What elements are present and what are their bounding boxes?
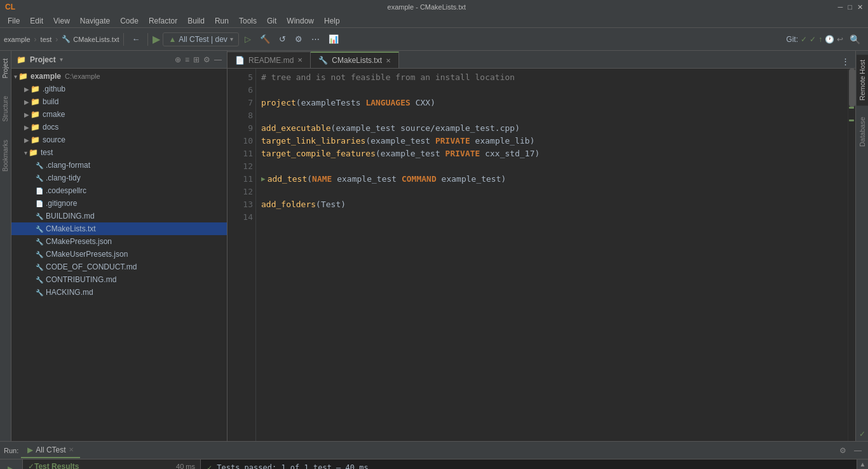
expand-icon[interactable]: ⊞ [193, 55, 200, 64]
tree-item-docs[interactable]: ▶ 📁 docs [11, 121, 227, 133]
tab-bar: 📄 README.md ✕ 🔧 CMakeLists.txt ✕ ⋮ [227, 51, 855, 69]
menu-navigate[interactable]: Navigate [75, 15, 115, 27]
code-editor[interactable]: 5 6 7 8 9 10 11 12 11 12 13 14 # tree an… [227, 69, 855, 441]
run-toolbar: ▶ ✓ ⊘ ↑↓ ↓↑ ≡ ⊞ ▲ ▼ [0, 459, 23, 469]
project-panel-controls: ⊕ ≡ ⊞ ⚙ — [175, 55, 222, 64]
tree-item-hacking[interactable]: 🔧 HACKING.md [11, 286, 227, 299]
test-results-label: Test Results [34, 462, 79, 469]
project-sidebar-icon[interactable]: Project [1, 56, 10, 81]
maximize-button[interactable]: □ [848, 3, 852, 11]
tree-item-building-md[interactable]: 🔧 BUILDING.md [11, 210, 227, 222]
tab-readme[interactable]: 📄 README.md ✕ [227, 51, 311, 68]
tree-item-source[interactable]: ▶ 📁 source [11, 133, 227, 146]
settings-button[interactable]: ⚙ [292, 32, 306, 46]
test-status-bar: ✓ Tests passed: 1 of 1 test – 40 ms [207, 463, 850, 469]
menu-help[interactable]: Help [319, 15, 345, 27]
cmakelists-icon: 🔧 [36, 226, 43, 233]
gutter-run-icon[interactable]: ▶ [261, 173, 266, 186]
global-search-button[interactable]: 🔍 [846, 32, 864, 46]
tree-item-clang-format[interactable]: 🔧 .clang-format [11, 159, 227, 172]
project-panel-title-arrow[interactable]: ▾ [60, 56, 63, 63]
tree-item-github[interactable]: ▶ 📁 .github [11, 83, 227, 95]
bookmarks-sidebar-icon[interactable]: Bookmarks [1, 137, 10, 174]
cmakelists-tab-close[interactable]: ✕ [386, 57, 391, 64]
menu-file[interactable]: File [3, 15, 25, 27]
menu-edit[interactable]: Edit [25, 15, 48, 27]
line-num-12b: 12 [227, 186, 253, 198]
code-tcf-feat: cxx_std_17) [480, 147, 539, 160]
add-icon[interactable]: ⊕ [175, 55, 181, 64]
menu-run[interactable]: Run [210, 15, 234, 27]
readme-tab-close[interactable]: ✕ [297, 57, 302, 64]
menu-view[interactable]: View [48, 15, 75, 27]
tree-item-clang-tidy[interactable]: 🔧 .clang-tidy [11, 172, 227, 184]
tree-item-build[interactable]: ▶ 📁 build [11, 95, 227, 108]
scrollbar-thumb[interactable] [849, 69, 855, 107]
tree-item-gitignore[interactable]: 📄 .gitignore [11, 197, 227, 210]
more-button[interactable]: ⋯ [308, 32, 323, 46]
debug-button[interactable]: ▷ [241, 32, 254, 46]
line-numbers: 5 6 7 8 9 10 11 12 11 12 13 14 [227, 69, 256, 441]
build-button[interactable]: 🔨 [257, 32, 273, 46]
database-tab[interactable]: Database [857, 112, 868, 152]
code-of-conduct-icon: 🔧 [36, 264, 43, 271]
scroll-marker-2 [849, 119, 854, 121]
tree-item-cmakeuserpresets[interactable]: 🔧 CMakeUserPresets.json [11, 248, 227, 261]
code-line-empty2 [261, 109, 843, 122]
tree-item-codespellrc[interactable]: 📄 .codespellrc [11, 184, 227, 197]
code-tll-open: (example_test [365, 135, 435, 147]
collapse-all-icon[interactable]: ≡ [185, 55, 189, 64]
rebuild-button[interactable]: ↺ [276, 32, 289, 46]
cmakelists-tab-label: CMakeLists.txt [332, 56, 382, 65]
menu-refactor[interactable]: Refactor [144, 15, 182, 27]
line-num-6: 6 [227, 84, 253, 97]
tree-item-cmakepresets[interactable]: 🔧 CMakePresets.json [11, 235, 227, 248]
contributing-icon: 🔧 [36, 276, 43, 283]
tree-item-code-of-conduct[interactable]: 🔧 CODE_OF_CONDUCT.md [11, 261, 227, 273]
menu-window[interactable]: Window [281, 15, 319, 27]
file-tree: ▾ 📁 example C:\example ▶ 📁 .github ▶ 📁 b… [11, 69, 227, 441]
tree-item-cmake[interactable]: ▶ 📁 cmake [11, 108, 227, 121]
code-fn-add-exec: add_executable [261, 122, 331, 135]
code-line-empty1 [261, 84, 843, 97]
minimize-button[interactable]: ─ [838, 3, 843, 11]
code-add-exec-args: (example_test source/example_test.cpp) [331, 122, 520, 135]
tree-item-test[interactable]: ▾ 📁 test [11, 146, 227, 159]
tree-item-contributing[interactable]: 🔧 CONTRIBUTING.md [11, 273, 227, 286]
tab-cmakelists[interactable]: 🔧 CMakeLists.txt ✕ [311, 51, 399, 68]
remote-host-tab[interactable]: Remote Host [857, 55, 868, 105]
run-tab[interactable]: ▶ All CTest ✕ [21, 443, 79, 458]
run-button[interactable]: ▶ [153, 33, 160, 45]
coverage-button[interactable]: 📊 [325, 32, 342, 46]
tab-more-button[interactable]: ⋮ [838, 55, 853, 68]
run-config-selector[interactable]: ▲ All CTest | dev ▾ [163, 32, 238, 46]
run-play-button[interactable]: ▶ [6, 462, 17, 469]
menu-code[interactable]: Code [115, 15, 144, 27]
settings-icon[interactable]: ⚙ [203, 55, 210, 64]
menu-tools[interactable]: Tools [234, 15, 262, 27]
code-content-area[interactable]: # tree and is not feasible from an insta… [256, 69, 848, 441]
code-at-name-val: example_test [332, 173, 402, 186]
git-check2: ✓ [810, 35, 816, 44]
tree-item-cmakelists[interactable]: 🔧 CMakeLists.txt [11, 222, 227, 235]
structure-sidebar-icon[interactable]: Structure [1, 93, 10, 125]
panel-settings-button[interactable]: ⚙ [837, 445, 849, 456]
root-name: example [31, 72, 61, 81]
git-check1: ✓ [801, 35, 807, 44]
navigate-back-button[interactable]: ← [128, 32, 143, 46]
editor-scrollbar[interactable] [848, 69, 855, 441]
test-pass-icon: ✓ [207, 463, 212, 469]
github-name: .github [43, 85, 65, 93]
close-button[interactable]: ✕ [857, 3, 863, 11]
code-line-add-test: ▶ add_test(NAME example_test COMMAND exa… [261, 173, 843, 186]
run-tab-close[interactable]: ✕ [69, 446, 74, 453]
contributing-name: CONTRIBUTING.md [46, 275, 116, 284]
menu-build[interactable]: Build [182, 15, 210, 27]
menu-git[interactable]: Git [262, 15, 281, 27]
panel-minimize-button[interactable]: — [851, 445, 864, 456]
output-scrollbar-controls: ▲ ▼ ⇌ ⤓ 🗑 [857, 459, 868, 469]
scroll-up-button[interactable]: ▲ [858, 459, 867, 469]
close-panel-icon[interactable]: — [214, 55, 222, 64]
tree-root[interactable]: ▾ 📁 example C:\example [11, 70, 227, 83]
code-line-add-exec: add_executable(example_test source/examp… [261, 122, 843, 135]
